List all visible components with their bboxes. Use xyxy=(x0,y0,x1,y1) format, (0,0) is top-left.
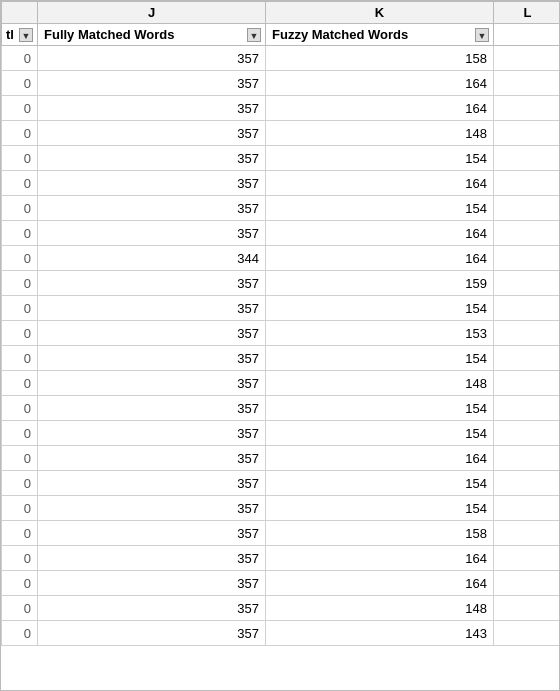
header-prev[interactable]: tl ▼ xyxy=(2,24,38,46)
cell-prev: 0 xyxy=(2,471,38,496)
table-row: 0357154 xyxy=(2,146,561,171)
cell-j: 357 xyxy=(38,121,266,146)
cell-k: 148 xyxy=(266,121,494,146)
cell-prev: 0 xyxy=(2,571,38,596)
cell-prev: 0 xyxy=(2,596,38,621)
cell-k: 158 xyxy=(266,46,494,71)
filter-prev-button[interactable]: ▼ xyxy=(19,28,33,42)
table-row: 0357158 xyxy=(2,521,561,546)
cell-prev: 0 xyxy=(2,296,38,321)
cell-l xyxy=(494,196,561,221)
table-row: 0357148 xyxy=(2,371,561,396)
cell-j: 357 xyxy=(38,421,266,446)
cell-j: 357 xyxy=(38,296,266,321)
cell-j: 357 xyxy=(38,146,266,171)
cell-j: 357 xyxy=(38,496,266,521)
spreadsheet-container: J K L tl ▼ Fully Matched Words ▼ xyxy=(0,0,560,691)
cell-prev: 0 xyxy=(2,321,38,346)
cell-j: 357 xyxy=(38,346,266,371)
cell-prev: 0 xyxy=(2,621,38,646)
cell-l xyxy=(494,521,561,546)
cell-prev: 0 xyxy=(2,71,38,96)
cell-l xyxy=(494,471,561,496)
cell-l xyxy=(494,121,561,146)
cell-prev: 0 xyxy=(2,546,38,571)
cell-k: 154 xyxy=(266,496,494,521)
table-row: 0357154 xyxy=(2,421,561,446)
cell-k: 164 xyxy=(266,546,494,571)
table-row: 0357154 xyxy=(2,196,561,221)
col-letter-j: J xyxy=(38,2,266,24)
cell-j: 344 xyxy=(38,246,266,271)
cell-prev: 0 xyxy=(2,196,38,221)
cell-l xyxy=(494,46,561,71)
cell-l xyxy=(494,546,561,571)
cell-l xyxy=(494,271,561,296)
cell-prev: 0 xyxy=(2,46,38,71)
cell-prev: 0 xyxy=(2,171,38,196)
cell-j: 357 xyxy=(38,196,266,221)
cell-l xyxy=(494,621,561,646)
table-row: 0357164 xyxy=(2,446,561,471)
cell-k: 164 xyxy=(266,71,494,96)
table-row: 0357164 xyxy=(2,221,561,246)
cell-prev: 0 xyxy=(2,396,38,421)
table-row: 0357154 xyxy=(2,471,561,496)
cell-l xyxy=(494,346,561,371)
cell-j: 357 xyxy=(38,471,266,496)
col-letter-l: L xyxy=(494,2,561,24)
cell-l xyxy=(494,396,561,421)
cell-l xyxy=(494,571,561,596)
table-row: 0357143 xyxy=(2,621,561,646)
cell-prev: 0 xyxy=(2,496,38,521)
cell-k: 164 xyxy=(266,96,494,121)
header-k[interactable]: Fuzzy Matched Words ▼ xyxy=(266,24,494,46)
data-table: J K L tl ▼ Fully Matched Words ▼ xyxy=(1,1,560,646)
cell-l xyxy=(494,171,561,196)
cell-j: 357 xyxy=(38,96,266,121)
table-row: 0357154 xyxy=(2,396,561,421)
cell-k: 154 xyxy=(266,421,494,446)
cell-l xyxy=(494,296,561,321)
header-j-text: Fully Matched Words xyxy=(44,27,175,42)
cell-j: 357 xyxy=(38,271,266,296)
cell-j: 357 xyxy=(38,171,266,196)
column-letters-row: J K L xyxy=(2,2,561,24)
cell-prev: 0 xyxy=(2,446,38,471)
header-j[interactable]: Fully Matched Words ▼ xyxy=(38,24,266,46)
cell-l xyxy=(494,321,561,346)
cell-l xyxy=(494,96,561,121)
cell-l xyxy=(494,596,561,621)
cell-j: 357 xyxy=(38,396,266,421)
cell-prev: 0 xyxy=(2,246,38,271)
cell-l xyxy=(494,496,561,521)
table-body: 0357158035716403571640357148035715403571… xyxy=(2,46,561,646)
cell-l xyxy=(494,246,561,271)
table-row: 0357148 xyxy=(2,121,561,146)
col-letter-k: K xyxy=(266,2,494,24)
cell-k: 159 xyxy=(266,271,494,296)
cell-k: 164 xyxy=(266,571,494,596)
cell-k: 154 xyxy=(266,146,494,171)
cell-k: 164 xyxy=(266,221,494,246)
table-row: 0357164 xyxy=(2,171,561,196)
cell-prev: 0 xyxy=(2,346,38,371)
filter-k-button[interactable]: ▼ xyxy=(475,28,489,42)
column-headers-row: tl ▼ Fully Matched Words ▼ Fuzzy Matched… xyxy=(2,24,561,46)
cell-k: 164 xyxy=(266,446,494,471)
cell-l xyxy=(494,221,561,246)
cell-j: 357 xyxy=(38,446,266,471)
cell-j: 357 xyxy=(38,71,266,96)
cell-k: 153 xyxy=(266,321,494,346)
table-row: 0357164 xyxy=(2,96,561,121)
cell-prev: 0 xyxy=(2,421,38,446)
cell-j: 357 xyxy=(38,521,266,546)
filter-j-button[interactable]: ▼ xyxy=(247,28,261,42)
cell-k: 154 xyxy=(266,346,494,371)
table-row: 0357164 xyxy=(2,571,561,596)
cell-j: 357 xyxy=(38,571,266,596)
cell-k: 148 xyxy=(266,371,494,396)
table-row: 0357153 xyxy=(2,321,561,346)
table-row: 0357154 xyxy=(2,496,561,521)
table-row: 0357148 xyxy=(2,596,561,621)
